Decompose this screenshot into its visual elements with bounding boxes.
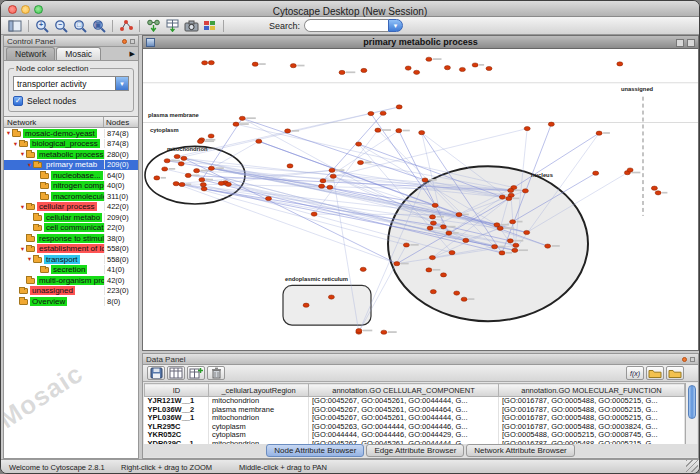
network-node[interactable] [194,169,200,173]
network-node[interactable] [185,173,191,177]
title-bar[interactable]: Cytoscape Desktop (New Session) [1,1,699,17]
tree-row[interactable]: macromolecule.311(0) [4,191,138,202]
network-node[interactable] [319,184,325,188]
network-node[interactable] [522,189,528,193]
network-node[interactable] [430,290,436,294]
network-node[interactable] [311,212,317,216]
zoom-out-icon[interactable]: − [52,18,70,33]
network-node[interactable] [463,238,469,242]
network-node[interactable] [239,116,245,120]
network-node[interactable] [524,230,530,234]
network-node[interactable] [422,178,428,182]
network-node[interactable] [361,68,367,72]
network-node[interactable] [426,57,432,61]
tab-scroll-icon[interactable]: ▶ [130,50,138,60]
column-header[interactable]: annotation.GO MOLECULAR_FUNCTION [499,384,685,397]
network-node[interactable] [339,70,345,74]
network-node[interactable] [461,297,467,301]
expander-icon[interactable]: ▼ [19,151,26,157]
network-node[interactable] [356,329,362,333]
first-neighbors-icon[interactable] [117,18,135,33]
scrollbar-thumb[interactable] [688,385,696,419]
network-node[interactable] [596,131,602,135]
network-node[interactable] [164,159,170,163]
search-input[interactable] [304,19,388,32]
tree-row[interactable]: ▼metabolic process280(0) [4,149,138,160]
hide-panel-icon[interactable] [130,39,135,44]
network-node[interactable] [154,176,160,180]
network-node[interactable] [441,273,447,277]
network-node[interactable] [208,61,214,65]
import-attributes-icon[interactable] [163,18,181,33]
zoom-window-button[interactable] [34,5,43,14]
float-panel-icon[interactable] [682,357,687,362]
hide-panel-icon[interactable] [690,357,695,362]
network-node[interactable] [429,256,435,260]
create-column-icon[interactable] [187,366,205,380]
tree-row[interactable]: cell communicat22(0) [4,223,138,234]
network-node[interactable] [356,142,362,146]
tab-mosaic[interactable]: Mosaic [56,47,101,60]
resize-grip[interactable] [686,460,698,472]
network-node[interactable] [403,243,409,247]
open-table-icon[interactable] [666,366,684,380]
network-node[interactable] [444,66,450,70]
table-row[interactable]: YLR295Ccytoplasm[GO:0045263, GO:0044444,… [145,423,685,432]
network-node[interactable] [510,220,516,224]
network-node[interactable] [472,63,478,67]
delete-column-icon[interactable] [207,366,225,380]
tree-row[interactable]: cellular metabo209(0) [4,212,138,223]
network-node[interactable] [290,64,296,68]
network-node[interactable] [225,182,231,186]
network-node[interactable] [320,179,326,183]
network-node[interactable] [179,182,185,186]
network-node[interactable] [358,160,364,164]
column-header[interactable]: ID [145,384,209,397]
network-node[interactable] [181,156,187,160]
network-node[interactable] [545,244,551,248]
network-node[interactable] [449,251,455,255]
network-node[interactable] [256,139,262,143]
network-node[interactable] [513,243,519,247]
network-node[interactable] [593,171,599,175]
network-node[interactable] [627,168,633,172]
network-node[interactable] [368,111,374,115]
expander-icon[interactable]: ▼ [19,246,26,252]
network-node[interactable] [394,262,400,266]
network-node[interactable] [202,61,208,65]
table-row[interactable]: YPL036W__1mitochondrion[GO:0045267, GO:0… [145,414,685,423]
table-row[interactable]: YPL036W__2plasma membrane[GO:0045267, GO… [145,406,685,415]
network-node[interactable] [266,196,272,200]
network-node[interactable] [651,186,657,190]
network-node[interactable] [459,67,465,71]
tree-row[interactable]: ▼transport558(0) [4,254,138,265]
network-node[interactable] [329,168,335,172]
network-node[interactable] [430,221,436,225]
network-node[interactable] [174,154,180,158]
network-node[interactable] [252,62,258,66]
tab-edge-attribute-browser[interactable]: Edge Attribute Browser [366,444,464,457]
node-color-dropdown[interactable]: transporter activity ▼ [13,76,129,91]
network-node[interactable] [330,174,336,178]
tree-row[interactable]: response to stimul38(0) [4,233,138,244]
expander-icon[interactable]: ▼ [5,130,12,136]
zoom-selected-icon[interactable]: □ [71,18,89,33]
network-node[interactable] [497,226,503,230]
table-row[interactable]: YKR052Ccytoplasm[GO:0044444, GO:0044446,… [145,431,685,440]
network-node[interactable] [508,188,514,192]
tree-row[interactable]: Overview8(0) [4,296,138,307]
network-node[interactable] [375,128,381,132]
network-node[interactable] [492,245,498,249]
expander-icon[interactable]: ▼ [12,141,19,147]
expander-icon[interactable]: ▼ [26,256,33,262]
network-node[interactable] [432,203,438,207]
select-nodes-checkbox[interactable]: ✓ [13,96,23,106]
network-node[interactable] [655,191,661,195]
network-node[interactable] [327,185,333,189]
network-node[interactable] [201,187,207,191]
network-node[interactable] [617,62,623,66]
network-node[interactable] [360,267,366,271]
network-node[interactable] [218,181,224,185]
network-canvas[interactable]: plasma membranecytoplasmmitochondrionnuc… [143,49,698,350]
network-node[interactable] [454,291,460,295]
